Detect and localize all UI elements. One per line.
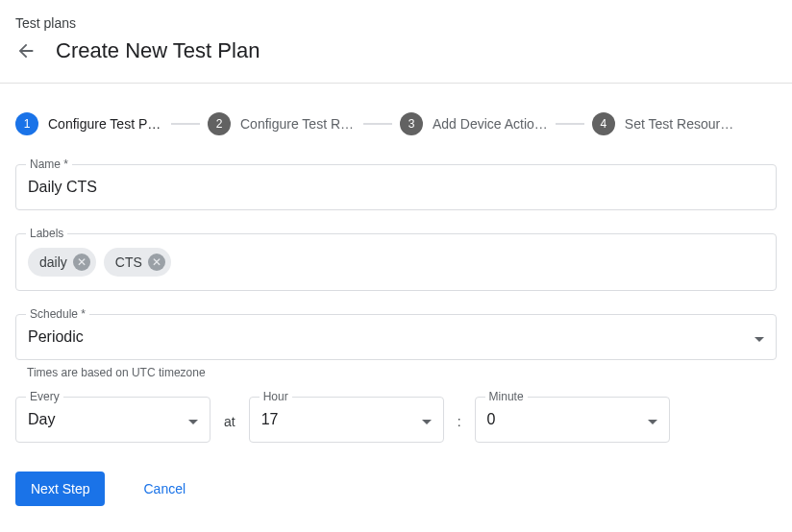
colon-separator: : — [458, 414, 461, 443]
step-2[interactable]: 2 Configure Test Ru… — [208, 112, 356, 135]
labels-field: Labels daily ✕ CTS ✕ — [15, 233, 777, 291]
name-field: Name * — [15, 164, 777, 210]
hour-field: Hour 17 — [249, 397, 444, 443]
hour-value: 17 — [261, 411, 279, 428]
chip-remove-icon[interactable]: ✕ — [148, 254, 165, 271]
every-label: Every — [26, 390, 63, 403]
button-row: Next Step Cancel — [15, 472, 777, 506]
schedule-label: Schedule * — [26, 307, 89, 321]
step-connector — [556, 123, 584, 125]
name-input[interactable] — [28, 179, 764, 196]
step-circle: 4 — [592, 112, 615, 135]
chip-cts: CTS ✕ — [104, 248, 171, 277]
page-title: Create New Test Plan — [56, 38, 260, 63]
at-separator: at — [224, 414, 235, 443]
divider — [0, 83, 792, 84]
schedule-hint: Times are based on UTC timezone — [15, 366, 777, 379]
hour-label: Hour — [260, 390, 292, 403]
schedule-field: Schedule * Periodic — [15, 314, 777, 360]
every-select[interactable]: Every Day — [15, 397, 210, 443]
step-3[interactable]: 3 Add Device Actio… — [400, 112, 548, 135]
step-1[interactable]: 1 Configure Test Pl… — [15, 112, 163, 135]
step-circle: 3 — [400, 112, 423, 135]
periodicity-row: Every Day at Hour 17 : Minute 0 — [15, 397, 777, 443]
back-arrow-icon[interactable] — [15, 40, 37, 61]
step-circle: 1 — [15, 112, 38, 135]
step-label: Configure Test Ru… — [240, 116, 356, 132]
chip-text: CTS — [115, 254, 142, 270]
labels-chips[interactable]: daily ✕ CTS ✕ — [28, 248, 764, 277]
minute-field: Minute 0 — [475, 397, 670, 443]
chip-daily: daily ✕ — [28, 248, 96, 277]
chip-remove-icon[interactable]: ✕ — [73, 254, 90, 271]
step-circle: 2 — [208, 112, 231, 135]
labels-label: Labels — [26, 227, 67, 240]
minute-select[interactable]: Minute 0 — [475, 397, 670, 443]
every-value: Day — [28, 411, 55, 428]
header-row: Create New Test Plan — [0, 38, 792, 83]
stepper: 1 Configure Test Pl… 2 Configure Test Ru… — [15, 112, 777, 135]
name-label: Name * — [26, 157, 72, 171]
step-label: Set Test Resourc… — [625, 116, 740, 132]
step-label: Add Device Actio… — [433, 116, 548, 132]
schedule-value: Periodic — [28, 328, 84, 346]
step-connector — [363, 123, 392, 125]
breadcrumb: Test plans — [0, 0, 792, 38]
cancel-button[interactable]: Cancel — [143, 481, 186, 496]
minute-label: Minute — [485, 390, 528, 403]
step-connector — [171, 123, 200, 125]
chevron-down-icon — [755, 328, 764, 346]
next-step-button[interactable]: Next Step — [15, 472, 105, 506]
chevron-down-icon — [188, 411, 198, 428]
schedule-select[interactable]: Schedule * Periodic — [15, 314, 777, 360]
chip-text: daily — [39, 254, 67, 270]
every-field: Every Day — [15, 397, 210, 443]
step-label: Configure Test Pl… — [48, 116, 163, 132]
chevron-down-icon — [648, 411, 657, 428]
minute-value: 0 — [487, 411, 496, 428]
step-4[interactable]: 4 Set Test Resourc… — [592, 112, 740, 135]
hour-select[interactable]: Hour 17 — [249, 397, 444, 443]
chevron-down-icon — [422, 411, 432, 428]
